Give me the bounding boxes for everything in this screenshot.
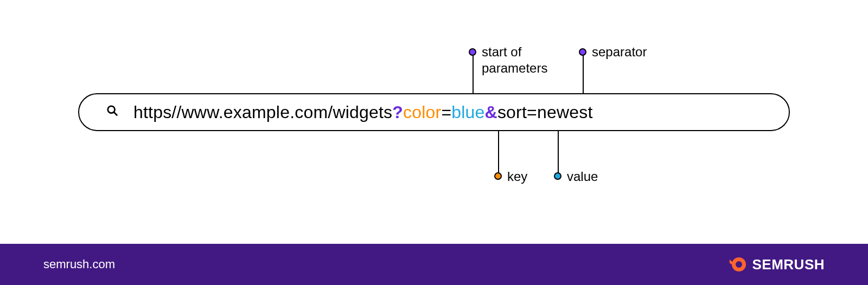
url-eq2: =	[527, 102, 537, 122]
dot-key	[494, 172, 502, 180]
connector-line-separator	[583, 55, 584, 95]
dot-start-of-parameters	[469, 48, 476, 56]
svg-point-3	[736, 261, 742, 268]
connector-line-value	[558, 130, 559, 173]
url-sep: &	[485, 102, 497, 122]
footer-link[interactable]: semrush.com	[43, 257, 115, 271]
url-text: https//www.example.com/widgets?color=blu…	[133, 102, 593, 122]
footer: semrush.com SEMRUSH	[0, 244, 868, 285]
brand-name: SEMRUSH	[752, 256, 825, 273]
url-qmark: ?	[392, 102, 403, 122]
annotation-separator: separator	[592, 44, 647, 60]
url-bar: https//www.example.com/widgets?color=blu…	[78, 93, 790, 131]
dot-separator	[579, 48, 586, 56]
annotation-start-line1: start of	[482, 44, 521, 59]
svg-point-0	[108, 106, 115, 113]
connector-line-key	[498, 130, 499, 173]
connector-line-start	[473, 55, 474, 95]
dot-value	[554, 172, 561, 180]
diagram-canvas: start of parameters separator https//www…	[0, 0, 868, 244]
url-val2: newest	[537, 102, 593, 122]
annotation-start-line2: parameters	[482, 61, 547, 75]
annotation-key: key	[507, 169, 527, 185]
url-base: https//www.example.com/widgets	[133, 102, 392, 122]
url-eq1: =	[441, 102, 451, 122]
search-icon	[106, 105, 118, 120]
annotation-start-of-parameters: start of parameters	[482, 44, 547, 76]
flame-icon	[727, 255, 746, 274]
annotation-value: value	[567, 169, 598, 185]
url-key1: color	[403, 102, 441, 122]
brand-logo: SEMRUSH	[727, 255, 825, 274]
svg-line-1	[114, 112, 117, 115]
url-key2: sort	[497, 102, 527, 122]
url-val1: blue	[451, 102, 484, 122]
